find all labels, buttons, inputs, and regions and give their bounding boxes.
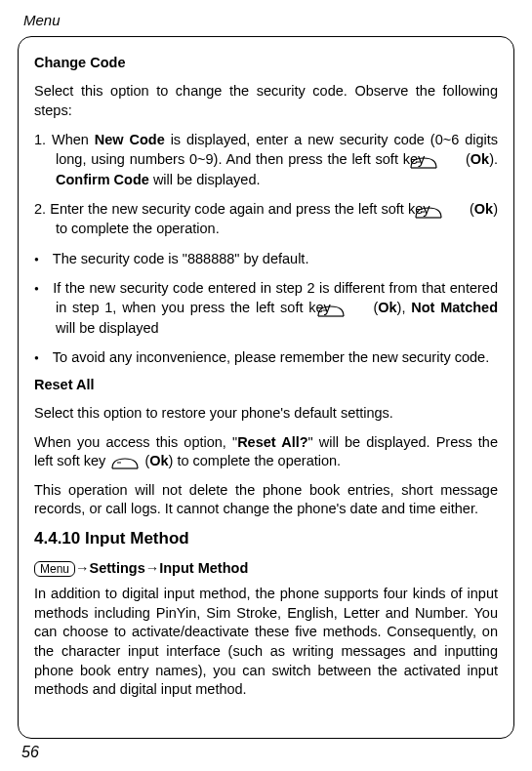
bullet-3: To avoid any inconvenience, please remem… [34,347,498,367]
menu-button-icon: Menu [34,561,75,577]
reset-all-p2: When you access this option, "Reset All?… [34,433,498,471]
nav-settings: Settings [90,560,145,576]
bullet2-notmatched: Not Matched [411,300,498,315]
nav-inputmethod: Input Method [159,560,248,576]
content-frame: Change Code Select this option to change… [18,36,514,739]
bullet1-text: The security code is "888888" by default… [53,251,309,266]
page-number: 56 [21,744,39,761]
input-method-body: In addition to digital input method, the… [34,585,498,699]
bullet-1: The security code is "888888" by default… [34,249,498,268]
bullet2-ok: Ok [378,300,396,315]
step1-text-h: will be displayed. [149,172,261,187]
reset-all-p1: Select this option to restore your phone… [34,404,498,424]
bullet-2: If the new security code entered in step… [34,278,498,338]
bullet3-text: To avoid any inconvenience, please remem… [53,349,489,365]
reset-p2-b: Reset All? [237,434,307,450]
bullet-icon [34,251,53,266]
bullet2-text-f: will be displayed [56,320,159,336]
step1-text-a: 1. When [34,132,95,147]
nav-path: Menu→Settings→Input Method [34,560,498,577]
step1-ok: Ok [471,151,489,167]
step1-confirm: Confirm Code [56,172,149,187]
bullet2-text-b: ( [368,300,379,315]
arrow-icon: → [75,560,90,576]
softkey-icon [339,303,366,315]
step1-text-f: ). [489,151,498,167]
reset-p2-f: ) to complete the operation. [169,453,342,468]
reset-all-p3: This operation will not delete the phone… [34,481,498,519]
step-1: 1. When New Code is displayed, enter a n… [34,130,498,189]
bullet-icon [34,349,53,365]
arrow-icon: → [145,560,160,576]
bullet2-text-d: ), [397,300,412,315]
step2-text-a: 2. Enter the new security code again and… [34,201,434,217]
reset-p2-a: When you access this option, " [34,434,237,450]
step1-text-d: ( [461,151,471,167]
bullet-icon [34,280,53,296]
step1-newcode: New Code [95,132,165,147]
change-code-heading: Change Code [34,55,498,70]
softkey-icon [436,204,464,217]
step2-ok: Ok [474,201,493,217]
reset-all-heading: Reset All [34,377,498,392]
input-method-heading: 4.4.10 Input Method [34,529,498,548]
softkey-icon [431,154,459,167]
page-header: Menu [23,12,514,28]
change-code-intro: Select this option to change the securit… [34,82,498,120]
reset-p2-d: ( [141,453,149,468]
step2-text-b: ( [466,201,474,217]
softkey-icon [111,456,139,468]
reset-p2-ok: Ok [149,453,168,468]
step-2: 2. Enter the new security code again and… [34,199,498,239]
